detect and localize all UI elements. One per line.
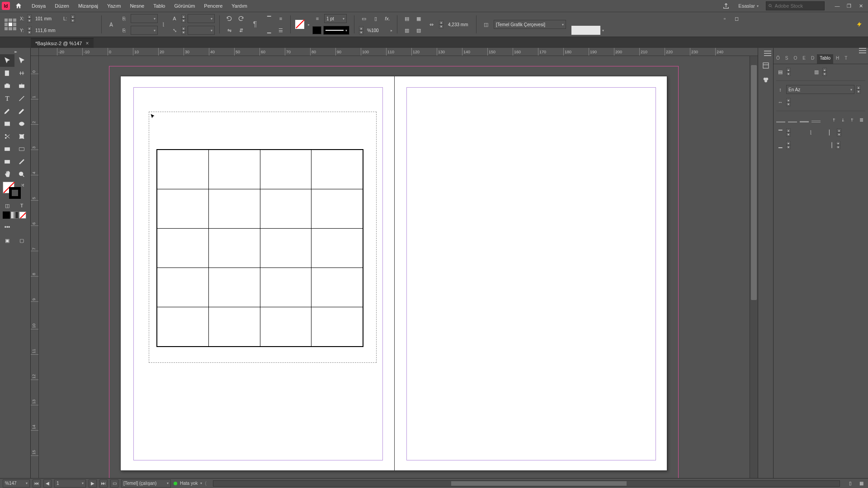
- table-cell[interactable]: [208, 268, 260, 307]
- menu-yazım[interactable]: Yazım: [103, 1, 125, 10]
- table-cell[interactable]: [311, 307, 363, 347]
- viewport[interactable]: [39, 56, 750, 478]
- table-cell[interactable]: [208, 150, 260, 189]
- row-height-mode-drop[interactable]: En Az▾: [786, 85, 854, 94]
- fill-stroke-proxy[interactable]: ⤭: [0, 181, 29, 201]
- table-cell[interactable]: [157, 229, 209, 268]
- align-top-cell-icon[interactable]: ⫯: [830, 116, 838, 124]
- pen-tool[interactable]: [0, 105, 14, 117]
- align-center-cell-icon[interactable]: ⫰: [839, 116, 847, 124]
- swap-fill-stroke-icon[interactable]: ⤭: [21, 183, 24, 188]
- close-window-button[interactable]: ✕: [855, 2, 866, 10]
- zoom-tool[interactable]: [14, 168, 29, 181]
- horizontal-ruler[interactable]: -20-100102030405060708090100110120130140…: [39, 48, 758, 56]
- screen-mode-b-icon[interactable]: ◻: [731, 14, 741, 23]
- table-cell[interactable]: [311, 189, 363, 229]
- menu-tablo[interactable]: Tablo: [149, 1, 170, 10]
- view-mode-normal[interactable]: ▣: [0, 234, 14, 247]
- fx-icon[interactable]: fx.: [382, 14, 392, 23]
- stroke-proxy[interactable]: [9, 187, 21, 199]
- constrain-link-icon[interactable]: ⦚: [160, 15, 167, 33]
- workspace-switcher[interactable]: Esaslar ▾: [735, 2, 762, 9]
- w-field[interactable]: [77, 14, 97, 23]
- table-cell[interactable]: [157, 268, 209, 307]
- align-bottom-icon[interactable]: ▁: [264, 25, 274, 35]
- rectangle-frame-tool[interactable]: [0, 117, 14, 130]
- panel-tab-h[interactable]: H: [833, 54, 842, 64]
- x-spin-up[interactable]: ▲: [27, 14, 32, 19]
- line-tool[interactable]: [14, 92, 29, 105]
- text-wrap-skip-icon[interactable]: ▧: [414, 25, 424, 35]
- gradient-feather-tool[interactable]: [0, 155, 14, 168]
- spread-toggle-button[interactable]: ▭: [110, 479, 118, 488]
- rectangle-tool[interactable]: [0, 143, 14, 155]
- preflight-chevron[interactable]: ▾: [200, 481, 202, 485]
- apply-none-icon[interactable]: [19, 211, 26, 219]
- last-page-button[interactable]: ⏭: [99, 479, 108, 488]
- align-top-icon[interactable]: ▔: [264, 14, 274, 23]
- menu-görünüm[interactable]: Görünüm: [170, 1, 199, 10]
- menu-dosya[interactable]: Dosya: [27, 1, 50, 10]
- formatting-container-icon[interactable]: ◫: [0, 201, 14, 211]
- apply-gradient-icon[interactable]: [11, 211, 18, 219]
- align-middle-icon[interactable]: ≡: [276, 14, 286, 23]
- menu-pencere[interactable]: Pencere: [199, 1, 227, 10]
- preflight-status-text[interactable]: Hata yok: [180, 481, 198, 486]
- hand-tool[interactable]: [0, 168, 14, 181]
- reference-point-grid[interactable]: [4, 18, 17, 31]
- rotate-cw-icon[interactable]: [236, 14, 246, 23]
- panel-menu-icon[interactable]: [859, 48, 866, 53]
- rows-spin-up[interactable]: ▲: [786, 68, 791, 72]
- document-tab-close[interactable]: ×: [86, 40, 89, 47]
- corner-options-icon[interactable]: ◫: [481, 19, 491, 29]
- stock-search[interactable]: [766, 1, 825, 10]
- first-page-button[interactable]: ⏮: [33, 479, 41, 488]
- y-spin-down[interactable]: ▼: [27, 30, 32, 34]
- table-cell[interactable]: [311, 150, 363, 189]
- font-family-drop[interactable]: ▾: [131, 14, 158, 23]
- cell-merge-icon[interactable]: ▭: [359, 14, 369, 23]
- zoom-level-field[interactable]: %147▾: [3, 479, 30, 488]
- split-view-icon[interactable]: ▯: [846, 479, 854, 488]
- ruler-origin[interactable]: [31, 48, 39, 56]
- table-cell[interactable]: [311, 229, 363, 268]
- gap-field[interactable]: 4,233 mm: [446, 20, 472, 29]
- direct-selection-tool[interactable]: [14, 54, 29, 67]
- menu-mizanpaj[interactable]: Mizanpaj: [74, 1, 103, 10]
- stroke-med[interactable]: [788, 117, 797, 122]
- stroke-thin[interactable]: [776, 117, 785, 122]
- x-field[interactable]: 101 mm: [33, 14, 61, 23]
- home-button[interactable]: [14, 1, 24, 11]
- text-frame[interactable]: [149, 112, 377, 363]
- paragraph-mode-icon[interactable]: ¶: [249, 19, 261, 29]
- w-spin-down[interactable]: ▼: [71, 19, 75, 23]
- stroke-thick[interactable]: [800, 117, 809, 122]
- stroke-style-drop[interactable]: ▾: [323, 26, 349, 35]
- view-mode-preview[interactable]: ▢: [14, 234, 29, 247]
- panel-tab-d[interactable]: D: [808, 54, 817, 64]
- content-placer-tool[interactable]: [14, 80, 29, 92]
- x-spin-down[interactable]: ▼: [27, 19, 32, 23]
- gap-tool[interactable]: [14, 67, 29, 80]
- font-size-drop[interactable]: ▾: [188, 14, 215, 23]
- cc-libraries-icon[interactable]: [760, 74, 772, 86]
- document-tab[interactable]: *Başlıksız-2 @ %147 ×: [31, 38, 94, 48]
- table-cell[interactable]: [157, 150, 209, 189]
- menu-düzen[interactable]: Düzen: [50, 1, 74, 10]
- text-wrap-jump-icon[interactable]: ▥: [402, 25, 412, 35]
- panel-tab-ö[interactable]: Ö: [774, 54, 783, 64]
- minimize-button[interactable]: —: [832, 2, 843, 10]
- panel-tab-o[interactable]: O: [791, 54, 800, 64]
- text-wrap-none-icon[interactable]: ▤: [402, 14, 412, 23]
- leading-drop[interactable]: ▾: [188, 26, 215, 35]
- gpu-perf-icon[interactable]: [854, 19, 864, 29]
- next-page-button[interactable]: ▶: [89, 479, 97, 488]
- share-icon[interactable]: [721, 1, 731, 11]
- selection-tool[interactable]: [0, 54, 14, 67]
- text-wrap-around-icon[interactable]: ▦: [414, 14, 424, 23]
- type-tool[interactable]: T: [0, 92, 14, 105]
- table-cell[interactable]: [311, 268, 363, 307]
- panel-tab-t[interactable]: T: [842, 54, 850, 64]
- rotate-ccw-icon[interactable]: [224, 14, 234, 23]
- color-theme-tool[interactable]: [14, 155, 29, 168]
